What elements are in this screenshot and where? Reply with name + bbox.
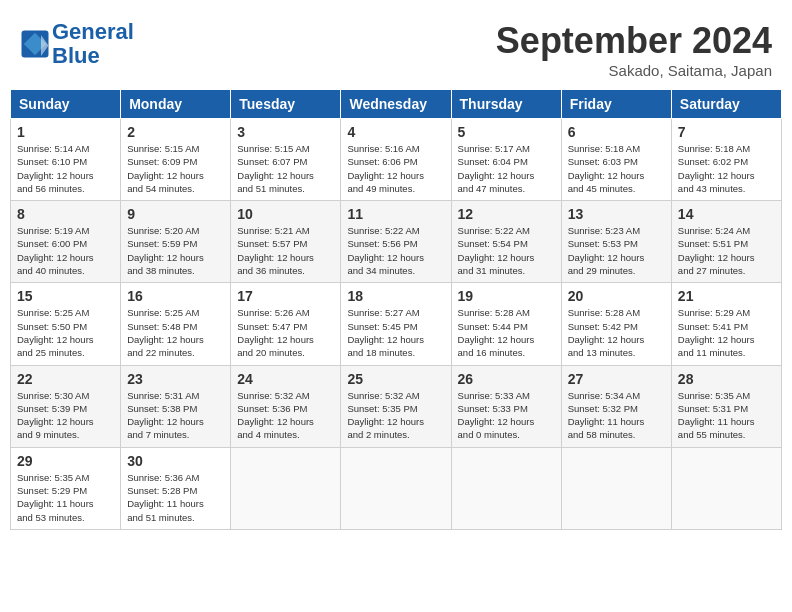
table-row: 24Sunrise: 5:32 AMSunset: 5:36 PMDayligh… (231, 365, 341, 447)
day-info: Sunrise: 5:26 AMSunset: 5:47 PMDaylight:… (237, 306, 334, 359)
calendar-week-row: 29Sunrise: 5:35 AMSunset: 5:29 PMDayligh… (11, 447, 782, 529)
table-row: 4Sunrise: 5:16 AMSunset: 6:06 PMDaylight… (341, 119, 451, 201)
day-number: 25 (347, 371, 444, 387)
table-row: 14Sunrise: 5:24 AMSunset: 5:51 PMDayligh… (671, 201, 781, 283)
table-row: 16Sunrise: 5:25 AMSunset: 5:48 PMDayligh… (121, 283, 231, 365)
day-number: 23 (127, 371, 224, 387)
day-info: Sunrise: 5:16 AMSunset: 6:06 PMDaylight:… (347, 142, 444, 195)
table-row: 30Sunrise: 5:36 AMSunset: 5:28 PMDayligh… (121, 447, 231, 529)
day-number: 29 (17, 453, 114, 469)
table-row: 3Sunrise: 5:15 AMSunset: 6:07 PMDaylight… (231, 119, 341, 201)
calendar-week-row: 15Sunrise: 5:25 AMSunset: 5:50 PMDayligh… (11, 283, 782, 365)
col-thursday: Thursday (451, 90, 561, 119)
day-number: 5 (458, 124, 555, 140)
day-number: 3 (237, 124, 334, 140)
day-number: 24 (237, 371, 334, 387)
day-info: Sunrise: 5:18 AMSunset: 6:02 PMDaylight:… (678, 142, 775, 195)
calendar-title: September 2024 (496, 20, 772, 62)
table-row: 25Sunrise: 5:32 AMSunset: 5:35 PMDayligh… (341, 365, 451, 447)
calendar-header-row: Sunday Monday Tuesday Wednesday Thursday… (11, 90, 782, 119)
calendar-week-row: 8Sunrise: 5:19 AMSunset: 6:00 PMDaylight… (11, 201, 782, 283)
table-row: 2Sunrise: 5:15 AMSunset: 6:09 PMDaylight… (121, 119, 231, 201)
day-info: Sunrise: 5:27 AMSunset: 5:45 PMDaylight:… (347, 306, 444, 359)
table-row: 11Sunrise: 5:22 AMSunset: 5:56 PMDayligh… (341, 201, 451, 283)
table-row: 9Sunrise: 5:20 AMSunset: 5:59 PMDaylight… (121, 201, 231, 283)
day-info: Sunrise: 5:22 AMSunset: 5:56 PMDaylight:… (347, 224, 444, 277)
day-info: Sunrise: 5:19 AMSunset: 6:00 PMDaylight:… (17, 224, 114, 277)
day-info: Sunrise: 5:28 AMSunset: 5:42 PMDaylight:… (568, 306, 665, 359)
day-number: 11 (347, 206, 444, 222)
col-friday: Friday (561, 90, 671, 119)
day-number: 21 (678, 288, 775, 304)
day-number: 18 (347, 288, 444, 304)
col-sunday: Sunday (11, 90, 121, 119)
day-number: 13 (568, 206, 665, 222)
col-saturday: Saturday (671, 90, 781, 119)
day-number: 15 (17, 288, 114, 304)
logo-icon (20, 29, 50, 59)
table-row: 19Sunrise: 5:28 AMSunset: 5:44 PMDayligh… (451, 283, 561, 365)
table-row: 29Sunrise: 5:35 AMSunset: 5:29 PMDayligh… (11, 447, 121, 529)
col-wednesday: Wednesday (341, 90, 451, 119)
day-number: 7 (678, 124, 775, 140)
day-number: 28 (678, 371, 775, 387)
table-row (231, 447, 341, 529)
table-row: 13Sunrise: 5:23 AMSunset: 5:53 PMDayligh… (561, 201, 671, 283)
day-info: Sunrise: 5:32 AMSunset: 5:36 PMDaylight:… (237, 389, 334, 442)
table-row (341, 447, 451, 529)
table-row: 1Sunrise: 5:14 AMSunset: 6:10 PMDaylight… (11, 119, 121, 201)
day-info: Sunrise: 5:24 AMSunset: 5:51 PMDaylight:… (678, 224, 775, 277)
table-row: 15Sunrise: 5:25 AMSunset: 5:50 PMDayligh… (11, 283, 121, 365)
table-row (671, 447, 781, 529)
table-row: 8Sunrise: 5:19 AMSunset: 6:00 PMDaylight… (11, 201, 121, 283)
day-number: 19 (458, 288, 555, 304)
day-number: 22 (17, 371, 114, 387)
day-info: Sunrise: 5:25 AMSunset: 5:50 PMDaylight:… (17, 306, 114, 359)
table-row: 5Sunrise: 5:17 AMSunset: 6:04 PMDaylight… (451, 119, 561, 201)
table-row: 20Sunrise: 5:28 AMSunset: 5:42 PMDayligh… (561, 283, 671, 365)
day-info: Sunrise: 5:29 AMSunset: 5:41 PMDaylight:… (678, 306, 775, 359)
table-row: 12Sunrise: 5:22 AMSunset: 5:54 PMDayligh… (451, 201, 561, 283)
calendar-table: Sunday Monday Tuesday Wednesday Thursday… (10, 89, 782, 530)
day-number: 20 (568, 288, 665, 304)
day-info: Sunrise: 5:21 AMSunset: 5:57 PMDaylight:… (237, 224, 334, 277)
day-number: 16 (127, 288, 224, 304)
table-row: 7Sunrise: 5:18 AMSunset: 6:02 PMDaylight… (671, 119, 781, 201)
day-number: 26 (458, 371, 555, 387)
logo: General Blue (20, 20, 134, 68)
day-number: 14 (678, 206, 775, 222)
day-info: Sunrise: 5:23 AMSunset: 5:53 PMDaylight:… (568, 224, 665, 277)
table-row: 28Sunrise: 5:35 AMSunset: 5:31 PMDayligh… (671, 365, 781, 447)
page-header: General Blue September 2024 Sakado, Sait… (10, 10, 782, 84)
day-info: Sunrise: 5:14 AMSunset: 6:10 PMDaylight:… (17, 142, 114, 195)
day-info: Sunrise: 5:28 AMSunset: 5:44 PMDaylight:… (458, 306, 555, 359)
table-row (561, 447, 671, 529)
table-row: 26Sunrise: 5:33 AMSunset: 5:33 PMDayligh… (451, 365, 561, 447)
calendar-week-row: 22Sunrise: 5:30 AMSunset: 5:39 PMDayligh… (11, 365, 782, 447)
day-info: Sunrise: 5:33 AMSunset: 5:33 PMDaylight:… (458, 389, 555, 442)
day-info: Sunrise: 5:17 AMSunset: 6:04 PMDaylight:… (458, 142, 555, 195)
table-row: 6Sunrise: 5:18 AMSunset: 6:03 PMDaylight… (561, 119, 671, 201)
table-row: 17Sunrise: 5:26 AMSunset: 5:47 PMDayligh… (231, 283, 341, 365)
day-number: 27 (568, 371, 665, 387)
day-number: 4 (347, 124, 444, 140)
day-number: 17 (237, 288, 334, 304)
calendar-week-row: 1Sunrise: 5:14 AMSunset: 6:10 PMDaylight… (11, 119, 782, 201)
day-number: 30 (127, 453, 224, 469)
day-info: Sunrise: 5:15 AMSunset: 6:07 PMDaylight:… (237, 142, 334, 195)
table-row: 21Sunrise: 5:29 AMSunset: 5:41 PMDayligh… (671, 283, 781, 365)
day-info: Sunrise: 5:31 AMSunset: 5:38 PMDaylight:… (127, 389, 224, 442)
title-block: September 2024 Sakado, Saitama, Japan (496, 20, 772, 79)
day-number: 6 (568, 124, 665, 140)
day-info: Sunrise: 5:20 AMSunset: 5:59 PMDaylight:… (127, 224, 224, 277)
day-info: Sunrise: 5:30 AMSunset: 5:39 PMDaylight:… (17, 389, 114, 442)
table-row: 23Sunrise: 5:31 AMSunset: 5:38 PMDayligh… (121, 365, 231, 447)
day-info: Sunrise: 5:22 AMSunset: 5:54 PMDaylight:… (458, 224, 555, 277)
calendar-subtitle: Sakado, Saitama, Japan (496, 62, 772, 79)
day-number: 1 (17, 124, 114, 140)
day-info: Sunrise: 5:36 AMSunset: 5:28 PMDaylight:… (127, 471, 224, 524)
col-tuesday: Tuesday (231, 90, 341, 119)
day-info: Sunrise: 5:25 AMSunset: 5:48 PMDaylight:… (127, 306, 224, 359)
day-info: Sunrise: 5:15 AMSunset: 6:09 PMDaylight:… (127, 142, 224, 195)
table-row: 18Sunrise: 5:27 AMSunset: 5:45 PMDayligh… (341, 283, 451, 365)
